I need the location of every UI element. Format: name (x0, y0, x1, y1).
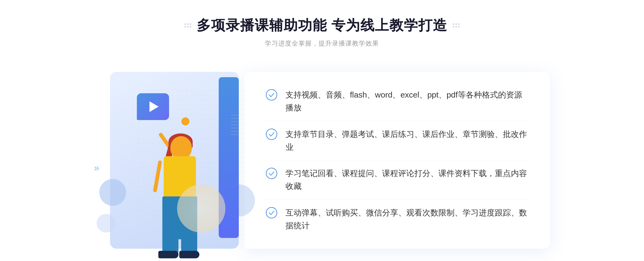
chevron-left-icon: » (94, 162, 99, 174)
check-icon-3 (266, 167, 277, 179)
content-area: » 支持视频、音频、flash、word、excel、ppt、pdf等各种格式的… (94, 61, 550, 259)
check-icon-1 (266, 89, 277, 101)
feature-divider-3 (266, 199, 529, 200)
check-icon-4 (266, 207, 277, 219)
feature-text-3: 学习笔记回看、课程提问、课程评论打分、课件资料下载，重点内容收藏 (286, 167, 529, 193)
deco-big-dot (177, 184, 225, 233)
arm-down (153, 160, 162, 193)
character-illustration (129, 109, 215, 259)
feature-text-4: 互动弹幕、试听购买、微信分享、观看次数限制、学习进度跟踪、数据统计 (286, 206, 529, 232)
page-wrapper: 多项录播课辅助功能 专为线上教学打造 学习进度全掌握，提升录播课教学效果 (0, 0, 644, 261)
check-icon-2 (266, 128, 277, 140)
shoe-right (179, 251, 199, 258)
hand-up (181, 117, 189, 125)
feature-divider-2 (266, 160, 529, 160)
header-title-row: 多项录播课辅助功能 专为线上教学打造 (184, 16, 460, 35)
svg-point-3 (266, 207, 277, 218)
header-section: 多项录播课辅助功能 专为线上教学打造 学习进度全掌握，提升录播课教学效果 (184, 16, 460, 48)
left-decorative-dots (184, 23, 191, 28)
page-subtitle: 学习进度全掌握，提升录播课教学效果 (184, 39, 460, 48)
feature-item-1: 支持视频、音频、flash、word、excel、ppt、pdf等各种格式的资源… (266, 88, 529, 114)
deco-circle-small (97, 214, 115, 233)
svg-point-1 (266, 129, 277, 140)
page-title: 多项录播课辅助功能 专为线上教学打造 (197, 16, 447, 35)
deco-stripes (231, 115, 239, 147)
feature-item-4: 互动弹幕、试听购买、微信分享、观看次数限制、学习进度跟踪、数据统计 (266, 206, 529, 232)
shoe-left (158, 251, 178, 258)
svg-point-0 (266, 90, 277, 100)
svg-point-2 (266, 168, 277, 179)
head (170, 136, 192, 159)
illustration-wrapper: » (94, 61, 250, 259)
feature-item-3: 学习笔记回看、课程提问、课程评论打分、课件资料下载，重点内容收藏 (266, 167, 529, 193)
feature-item-2: 支持章节目录、弹题考试、课后练习、课后作业、章节测验、批改作业 (266, 128, 529, 154)
feature-divider-1 (266, 121, 529, 121)
right-decorative-dots (453, 23, 460, 28)
feature-text-1: 支持视频、音频、flash、word、excel、ppt、pdf等各种格式的资源… (286, 88, 529, 114)
feature-text-2: 支持章节目录、弹题考试、课后练习、课后作业、章节测验、批改作业 (286, 128, 529, 154)
deco-circle-large (99, 179, 126, 206)
features-panel: 支持视频、音频、flash、word、excel、ppt、pdf等各种格式的资源… (244, 72, 550, 249)
pant-left (162, 227, 178, 254)
